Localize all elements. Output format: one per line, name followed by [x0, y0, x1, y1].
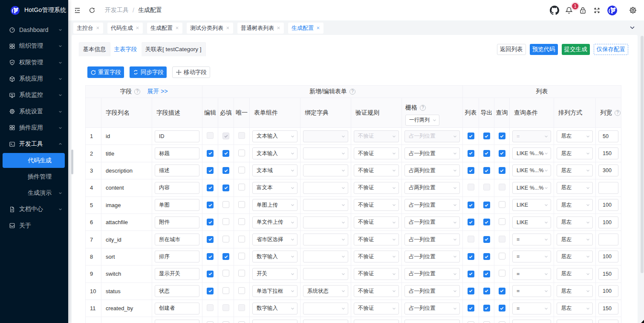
cond-select[interactable]: = [512, 303, 551, 314]
cond-select[interactable]: = [512, 251, 551, 262]
field-desc-input[interactable]: 标题 [155, 147, 199, 159]
align-select[interactable]: 居左 [557, 164, 593, 176]
checkbox-checked[interactable] [499, 133, 505, 139]
checkbox-checked[interactable] [222, 167, 229, 174]
column-width-input[interactable]: 100 [598, 251, 618, 262]
align-select[interactable]: 居左 [557, 234, 593, 245]
notifications-bell-icon[interactable]: 1 [562, 6, 576, 14]
align-select[interactable]: 居左 [557, 303, 593, 314]
checkbox-checked[interactable] [207, 202, 214, 208]
checkbox-unchecked[interactable] [222, 321, 229, 323]
grid-select[interactable]: 占两列位置 [404, 164, 460, 176]
checkbox-checked[interactable] [222, 253, 229, 260]
checkbox-checked[interactable] [468, 271, 474, 277]
checkbox-checked[interactable] [483, 150, 490, 157]
checkbox-unchecked[interactable] [238, 167, 245, 173]
comp-select[interactable] [252, 320, 297, 323]
grid-select[interactable]: 占一列位置 [404, 251, 460, 262]
grid-select[interactable]: 占一列位置 [404, 268, 460, 280]
checkbox-unchecked[interactable] [499, 201, 505, 208]
checkbox-checked[interactable] [483, 271, 490, 277]
checkbox-checked[interactable] [499, 288, 505, 294]
checkbox-unchecked[interactable] [222, 287, 229, 294]
checkbox-checked[interactable] [499, 150, 505, 157]
dict-select[interactable] [303, 147, 348, 159]
grid-select[interactable]: 占一列位置 [404, 130, 460, 142]
sidebar-item-cn[interactable]: 组织管理 [0, 38, 68, 54]
cond-select[interactable]: LIKE %...% [512, 164, 551, 176]
rule-select[interactable]: 不验证 [354, 234, 399, 245]
sidebar-item-cn[interactable]: 插件管理 [0, 169, 68, 185]
checkbox-checked[interactable] [483, 253, 490, 260]
dict-select[interactable] [303, 251, 348, 262]
checkbox-unchecked[interactable] [499, 218, 505, 225]
comp-select[interactable]: 开关 [252, 268, 297, 280]
checkbox-checked[interactable] [207, 150, 214, 157]
rule-select[interactable]: 不验证 [354, 251, 399, 262]
grid-layout-select[interactable]: 一行两列 [405, 115, 439, 126]
tabs-dropdown-chevron-icon[interactable] [629, 24, 635, 31]
grid-select[interactable]: 占一列位置 [404, 303, 460, 314]
checkbox-unchecked[interactable] [207, 321, 214, 323]
help-icon[interactable] [615, 110, 621, 116]
comp-select[interactable]: 文本输入 [252, 130, 297, 142]
checkbox-unchecked[interactable] [238, 270, 245, 277]
checkbox-checked[interactable] [207, 288, 214, 294]
checkbox-unchecked[interactable] [499, 321, 505, 323]
rule-select[interactable]: 不验证 [354, 303, 399, 314]
tab-chip[interactable]: 主控台 [73, 23, 103, 34]
tab-chip[interactable]: 代码生成 [107, 23, 143, 34]
checkbox-unchecked[interactable] [499, 253, 505, 260]
checkbox-checked[interactable] [222, 185, 229, 191]
close-tab-icon[interactable] [316, 26, 320, 30]
grid-select[interactable]: 占两列位置 [404, 182, 460, 194]
main-scrollbar-thumb[interactable] [641, 36, 644, 273]
checkbox-unchecked[interactable] [222, 236, 229, 242]
page-tab[interactable]: 基本信息 [79, 42, 110, 56]
align-select[interactable]: 居左 [557, 130, 593, 142]
column-width-input[interactable] [598, 234, 618, 245]
align-select[interactable] [557, 320, 593, 323]
dict-select[interactable] [303, 303, 348, 314]
align-select[interactable]: 居左 [557, 147, 593, 159]
cond-select[interactable]: = [512, 285, 551, 297]
lock-screen-icon[interactable] [576, 6, 590, 14]
field-desc-input[interactable]: 排序 [155, 251, 199, 262]
dict-select[interactable] [303, 320, 348, 323]
comp-select[interactable]: 单选下拉框 [252, 285, 297, 297]
move-fields-button[interactable]: 移动字段 [172, 66, 210, 78]
cond-select[interactable]: LIKE %...% [512, 182, 551, 194]
sidebar-item-cn[interactable]: 生成演示 [0, 185, 68, 201]
close-tab-icon[interactable] [136, 26, 139, 30]
cond-select[interactable]: = [512, 234, 551, 245]
column-width-input[interactable] [598, 320, 618, 323]
column-width-input[interactable]: 100 [598, 199, 618, 211]
sidebar-item-cn[interactable]: 开发工具 [0, 136, 68, 152]
dict-select[interactable] [303, 182, 348, 194]
align-select[interactable]: 居左 [557, 182, 593, 194]
column-width-input[interactable] [598, 182, 618, 194]
checkbox-checked[interactable] [468, 288, 474, 294]
sidebar-item-cn[interactable]: 权限管理 [0, 55, 68, 71]
field-desc-input[interactable]: 状态 [155, 285, 199, 297]
cond-select[interactable] [512, 320, 551, 323]
checkbox-checked[interactable] [468, 253, 474, 260]
comp-select[interactable]: 文本输入 [252, 147, 297, 159]
checkbox-unchecked[interactable] [499, 270, 505, 277]
checkbox-checked[interactable] [483, 236, 490, 243]
checkbox-unchecked[interactable] [238, 218, 245, 225]
help-icon[interactable] [420, 105, 426, 111]
collapse-sidebar-icon[interactable] [74, 7, 81, 14]
cond-select[interactable]: LIKE [512, 199, 551, 211]
cond-select[interactable]: = [512, 130, 551, 142]
comp-select[interactable]: 文本域 [252, 164, 297, 176]
checkbox-unchecked[interactable] [238, 287, 245, 294]
breadcrumb-parent[interactable]: 开发工具 [105, 6, 129, 14]
column-width-input[interactable]: 150 [598, 303, 618, 314]
checkbox-checked[interactable] [207, 253, 214, 260]
checkbox-checked[interactable] [483, 305, 490, 311]
checkbox-unchecked[interactable] [222, 218, 229, 225]
comp-select[interactable]: 数字输入 [252, 303, 297, 314]
sidebar-item-dashboard[interactable]: Dashboard [0, 22, 68, 38]
field-desc-input[interactable]: 所在城市 [155, 234, 199, 245]
